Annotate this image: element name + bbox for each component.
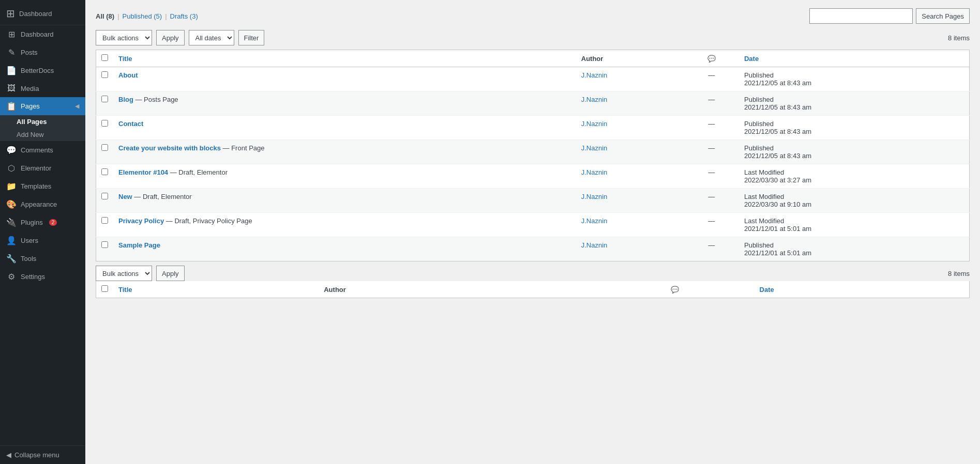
- row-checkbox[interactable]: [101, 71, 108, 78]
- row-date-cell: Published 2021/12/05 at 8:43 am: [739, 116, 970, 140]
- page-title-suffix: — Draft, Elementor: [132, 193, 192, 200]
- page-title-link[interactable]: Create your website with blocks: [118, 144, 221, 152]
- apply-button-top[interactable]: Apply: [156, 30, 185, 45]
- page-title-link[interactable]: New: [118, 193, 132, 200]
- row-author-cell: J.Naznin: [576, 140, 684, 164]
- sub-item-all-pages[interactable]: All Pages: [17, 115, 85, 128]
- row-checkbox-cell: [96, 116, 114, 140]
- sidebar-item-media[interactable]: 🖼 Media: [0, 80, 85, 97]
- sidebar-item-plugins[interactable]: 🔌 Plugins 2: [0, 213, 85, 231]
- filter-drafts-label: Drafts: [170, 12, 188, 20]
- row-date-cell: Published 2021/12/05 at 8:43 am: [739, 140, 970, 164]
- page-title-link[interactable]: Contact: [118, 120, 143, 128]
- sub-item-add-new[interactable]: Add New: [17, 128, 85, 141]
- filter-all[interactable]: All (8): [96, 12, 114, 20]
- sidebar-item-pages[interactable]: 📋 Pages ◀: [0, 97, 85, 115]
- author-link[interactable]: J.Naznin: [581, 120, 608, 128]
- sidebar-item-posts[interactable]: ✎ Posts: [0, 43, 85, 61]
- col-title-footer[interactable]: Title: [113, 281, 319, 298]
- templates-icon: 📁: [6, 181, 17, 191]
- items-count-bottom: 8 items: [948, 270, 970, 277]
- row-checkbox[interactable]: [101, 168, 108, 175]
- page-title-link[interactable]: Elementor #104: [118, 168, 168, 176]
- select-all-checkbox[interactable]: [101, 54, 108, 61]
- row-checkbox[interactable]: [101, 96, 108, 102]
- sidebar-item-label: Media: [21, 85, 39, 92]
- row-checkbox-cell: [96, 67, 114, 91]
- author-link[interactable]: J.Naznin: [581, 241, 608, 249]
- row-checkbox[interactable]: [101, 193, 108, 199]
- dates-select[interactable]: All dates: [189, 30, 234, 45]
- sidebar-item-label: Tools: [21, 255, 36, 262]
- date-value: 2021/12/01 at 5:01 am: [744, 249, 811, 257]
- date-value: 2021/12/01 at 5:01 am: [744, 225, 811, 233]
- date-value: 2021/12/05 at 8:43 am: [744, 103, 811, 111]
- sidebar-item-users[interactable]: 👤 Users: [0, 231, 85, 250]
- sidebar-item-elementor[interactable]: ⬡ Elementor: [0, 159, 85, 177]
- filter-drafts[interactable]: Drafts (3): [170, 12, 198, 20]
- date-status: Published: [744, 120, 774, 128]
- bulk-actions-select[interactable]: Bulk actions: [96, 30, 152, 45]
- sidebar-item-label: Templates: [21, 182, 51, 190]
- sidebar-item-appearance[interactable]: 🎨 Appearance: [0, 195, 85, 213]
- bulk-actions-select-bottom[interactable]: Bulk actions: [96, 266, 152, 281]
- col-date-footer[interactable]: Date: [755, 281, 970, 298]
- sidebar-item-betterdocs[interactable]: 📄 BetterDocs: [0, 61, 85, 80]
- author-link[interactable]: J.Naznin: [581, 144, 608, 152]
- author-link[interactable]: J.Naznin: [581, 71, 608, 79]
- sidebar-item-dashboard[interactable]: ⊞ Dashboard: [0, 25, 85, 43]
- row-date-cell: Last Modified 2021/12/01 at 5:01 am: [739, 213, 970, 237]
- filter-sep-2: |: [165, 12, 167, 20]
- filter-published[interactable]: Published (5): [123, 12, 162, 20]
- table-header-row: Title Author 💬 Date: [96, 50, 970, 67]
- filter-button[interactable]: Filter: [238, 30, 265, 45]
- apply-button-bottom[interactable]: Apply: [156, 266, 185, 281]
- row-comments-cell: —: [684, 164, 739, 189]
- sidebar-item-tools[interactable]: 🔧 Tools: [0, 250, 85, 268]
- page-title-link[interactable]: About: [118, 71, 138, 79]
- author-link[interactable]: J.Naznin: [581, 217, 608, 225]
- tools-icon: 🔧: [6, 254, 17, 264]
- row-comments-cell: —: [684, 213, 739, 237]
- row-checkbox-cell: [96, 237, 114, 261]
- author-link[interactable]: J.Naznin: [581, 193, 608, 200]
- col-comments-header: 💬: [684, 50, 739, 67]
- collapse-label: Collapse menu: [14, 451, 59, 459]
- col-title-header[interactable]: Title: [113, 50, 576, 67]
- page-title-link[interactable]: Privacy Policy: [118, 217, 164, 225]
- row-comments-cell: —: [684, 140, 739, 164]
- row-comments-cell: —: [684, 67, 739, 91]
- col-checkbox-footer: [96, 281, 114, 298]
- row-author-cell: J.Naznin: [576, 164, 684, 189]
- select-all-checkbox-bottom[interactable]: [101, 285, 108, 292]
- page-title-link[interactable]: Blog: [118, 96, 133, 103]
- pages-table-footer: Title Author 💬 Date: [96, 281, 970, 298]
- sidebar-item-templates[interactable]: 📁 Templates: [0, 177, 85, 195]
- author-link[interactable]: J.Naznin: [581, 168, 608, 176]
- collapse-icon: ◀: [6, 451, 11, 459]
- row-checkbox[interactable]: [101, 120, 108, 127]
- sidebar-item-settings[interactable]: ⚙ Settings: [0, 268, 85, 286]
- sidebar-item-comments[interactable]: 💬 Comments: [0, 141, 85, 159]
- comments-icon: 💬: [6, 145, 17, 155]
- page-title-suffix: — Draft, Privacy Policy Page: [164, 217, 252, 225]
- col-date-header[interactable]: Date: [739, 50, 970, 67]
- sidebar-logo[interactable]: ⊞ Dashboard: [0, 0, 85, 25]
- row-comments-cell: —: [684, 91, 739, 116]
- author-link[interactable]: J.Naznin: [581, 96, 608, 103]
- search-input[interactable]: [809, 8, 913, 24]
- row-checkbox[interactable]: [101, 144, 108, 151]
- plugins-badge: 2: [49, 219, 57, 226]
- col-checkbox-header: [96, 50, 114, 67]
- collapse-menu-button[interactable]: ◀ Collapse menu: [0, 445, 85, 464]
- row-comments-cell: —: [684, 116, 739, 140]
- row-date-cell: Published 2021/12/01 at 5:01 am: [739, 237, 970, 261]
- table-row: About J.Naznin — Published 2021/12/05 at…: [96, 67, 970, 91]
- page-title-link[interactable]: Sample Page: [118, 241, 160, 249]
- row-checkbox[interactable]: [101, 217, 108, 224]
- sidebar-item-label: Plugins: [21, 219, 43, 226]
- row-checkbox[interactable]: [101, 241, 108, 248]
- comment-count: —: [689, 193, 734, 200]
- bulk-actions-select-wrapper-bottom: Bulk actions: [96, 266, 152, 281]
- search-pages-button[interactable]: Search Pages: [916, 8, 970, 24]
